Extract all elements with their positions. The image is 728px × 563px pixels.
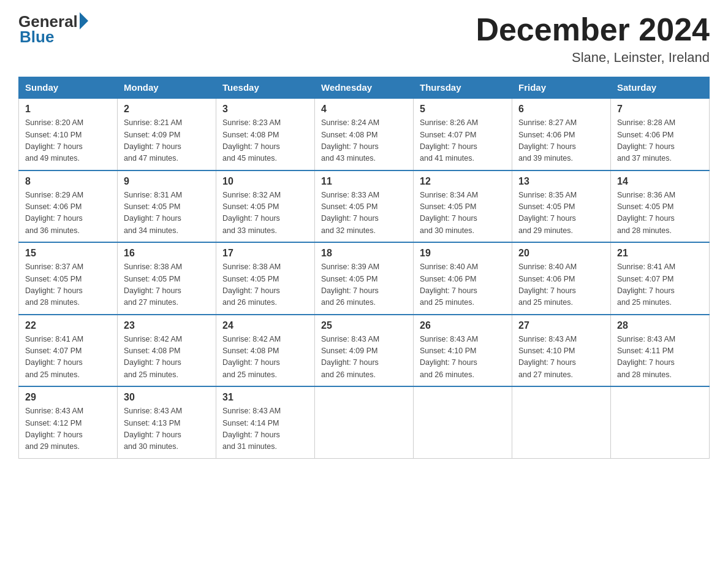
day-number: 29 <box>25 392 111 403</box>
day-number: 26 <box>420 320 506 331</box>
calendar-day-cell: 21Sunrise: 8:41 AMSunset: 4:07 PMDayligh… <box>611 242 710 315</box>
day-number: 13 <box>518 176 604 187</box>
calendar-header-sunday: Sunday <box>19 77 118 99</box>
calendar-day-cell: 31Sunrise: 8:43 AMSunset: 4:14 PMDayligh… <box>216 386 315 458</box>
day-info: Sunrise: 8:27 AMSunset: 4:06 PMDaylight:… <box>518 117 604 165</box>
calendar-day-cell: 19Sunrise: 8:40 AMSunset: 4:06 PMDayligh… <box>414 242 512 315</box>
title-section: December 2024 Slane, Leinster, Ireland <box>476 12 710 66</box>
day-info: Sunrise: 8:26 AMSunset: 4:07 PMDaylight:… <box>420 117 506 165</box>
day-info: Sunrise: 8:43 AMSunset: 4:11 PMDaylight:… <box>617 334 703 381</box>
day-number: 24 <box>222 320 308 331</box>
day-number: 21 <box>617 248 703 259</box>
calendar-day-cell: 23Sunrise: 8:42 AMSunset: 4:08 PMDayligh… <box>118 315 216 387</box>
day-number: 8 <box>25 176 111 187</box>
calendar-day-cell: 29Sunrise: 8:43 AMSunset: 4:12 PMDayligh… <box>19 386 118 458</box>
day-info: Sunrise: 8:38 AMSunset: 4:05 PMDaylight:… <box>124 261 210 309</box>
day-number: 10 <box>222 176 308 187</box>
calendar-day-cell: 16Sunrise: 8:38 AMSunset: 4:05 PMDayligh… <box>118 242 216 315</box>
calendar-header-wednesday: Wednesday <box>315 77 414 99</box>
day-number: 16 <box>124 248 210 259</box>
calendar-day-cell: 30Sunrise: 8:43 AMSunset: 4:13 PMDayligh… <box>118 386 216 458</box>
calendar-header-thursday: Thursday <box>414 77 512 99</box>
day-info: Sunrise: 8:41 AMSunset: 4:07 PMDaylight:… <box>617 261 703 309</box>
calendar-week-row: 29Sunrise: 8:43 AMSunset: 4:12 PMDayligh… <box>19 386 710 458</box>
calendar-day-cell: 7Sunrise: 8:28 AMSunset: 4:06 PMDaylight… <box>611 98 710 170</box>
day-info: Sunrise: 8:41 AMSunset: 4:07 PMDaylight:… <box>25 334 111 381</box>
day-info: Sunrise: 8:43 AMSunset: 4:13 PMDaylight:… <box>124 405 210 453</box>
calendar-day-cell: 6Sunrise: 8:27 AMSunset: 4:06 PMDaylight… <box>512 98 611 170</box>
day-number: 18 <box>321 248 407 259</box>
day-number: 22 <box>25 320 111 331</box>
day-number: 1 <box>25 104 111 115</box>
day-info: Sunrise: 8:31 AMSunset: 4:05 PMDaylight:… <box>124 190 210 237</box>
day-info: Sunrise: 8:43 AMSunset: 4:09 PMDaylight:… <box>321 334 407 381</box>
day-number: 2 <box>124 104 210 115</box>
logo-blue-text: Blue <box>20 28 54 47</box>
day-info: Sunrise: 8:33 AMSunset: 4:05 PMDaylight:… <box>321 190 407 237</box>
calendar-day-cell: 8Sunrise: 8:29 AMSunset: 4:06 PMDaylight… <box>19 170 118 243</box>
day-info: Sunrise: 8:43 AMSunset: 4:12 PMDaylight:… <box>25 405 111 453</box>
day-number: 30 <box>124 392 210 403</box>
calendar-header-tuesday: Tuesday <box>216 77 315 99</box>
calendar-day-cell: 1Sunrise: 8:20 AMSunset: 4:10 PMDaylight… <box>19 98 118 170</box>
day-info: Sunrise: 8:21 AMSunset: 4:09 PMDaylight:… <box>124 117 210 165</box>
calendar-day-cell: 11Sunrise: 8:33 AMSunset: 4:05 PMDayligh… <box>315 170 414 243</box>
day-info: Sunrise: 8:42 AMSunset: 4:08 PMDaylight:… <box>222 334 308 381</box>
day-info: Sunrise: 8:43 AMSunset: 4:10 PMDaylight:… <box>518 334 604 381</box>
day-info: Sunrise: 8:20 AMSunset: 4:10 PMDaylight:… <box>25 117 111 165</box>
day-info: Sunrise: 8:32 AMSunset: 4:05 PMDaylight:… <box>222 190 308 237</box>
calendar-week-row: 15Sunrise: 8:37 AMSunset: 4:05 PMDayligh… <box>19 242 710 315</box>
day-number: 17 <box>222 248 308 259</box>
calendar-empty-cell <box>512 386 611 458</box>
day-info: Sunrise: 8:43 AMSunset: 4:10 PMDaylight:… <box>420 334 506 381</box>
calendar-day-cell: 27Sunrise: 8:43 AMSunset: 4:10 PMDayligh… <box>512 315 611 387</box>
day-info: Sunrise: 8:28 AMSunset: 4:06 PMDaylight:… <box>617 117 703 165</box>
calendar-day-cell: 17Sunrise: 8:38 AMSunset: 4:05 PMDayligh… <box>216 242 315 315</box>
calendar-day-cell: 9Sunrise: 8:31 AMSunset: 4:05 PMDaylight… <box>118 170 216 243</box>
day-info: Sunrise: 8:39 AMSunset: 4:05 PMDaylight:… <box>321 261 407 309</box>
calendar-empty-cell <box>315 386 414 458</box>
calendar-week-row: 8Sunrise: 8:29 AMSunset: 4:06 PMDaylight… <box>19 170 710 243</box>
day-number: 27 <box>518 320 604 331</box>
day-info: Sunrise: 8:24 AMSunset: 4:08 PMDaylight:… <box>321 117 407 165</box>
calendar-day-cell: 14Sunrise: 8:36 AMSunset: 4:05 PMDayligh… <box>611 170 710 243</box>
calendar-day-cell: 3Sunrise: 8:23 AMSunset: 4:08 PMDaylight… <box>216 98 315 170</box>
day-info: Sunrise: 8:40 AMSunset: 4:06 PMDaylight:… <box>518 261 604 309</box>
calendar-header-friday: Friday <box>512 77 611 99</box>
main-title: December 2024 <box>476 12 710 47</box>
day-info: Sunrise: 8:40 AMSunset: 4:06 PMDaylight:… <box>420 261 506 309</box>
calendar-header-monday: Monday <box>118 77 216 99</box>
calendar-header-saturday: Saturday <box>611 77 710 99</box>
day-number: 15 <box>25 248 111 259</box>
calendar-day-cell: 26Sunrise: 8:43 AMSunset: 4:10 PMDayligh… <box>414 315 512 387</box>
calendar-day-cell: 28Sunrise: 8:43 AMSunset: 4:11 PMDayligh… <box>611 315 710 387</box>
calendar-day-cell: 20Sunrise: 8:40 AMSunset: 4:06 PMDayligh… <box>512 242 611 315</box>
calendar-week-row: 22Sunrise: 8:41 AMSunset: 4:07 PMDayligh… <box>19 315 710 387</box>
calendar-table: SundayMondayTuesdayWednesdayThursdayFrid… <box>18 77 710 459</box>
day-number: 6 <box>518 104 604 115</box>
day-number: 25 <box>321 320 407 331</box>
day-info: Sunrise: 8:42 AMSunset: 4:08 PMDaylight:… <box>124 334 210 381</box>
day-number: 14 <box>617 176 703 187</box>
day-info: Sunrise: 8:37 AMSunset: 4:05 PMDaylight:… <box>25 261 111 309</box>
calendar-day-cell: 10Sunrise: 8:32 AMSunset: 4:05 PMDayligh… <box>216 170 315 243</box>
calendar-day-cell: 22Sunrise: 8:41 AMSunset: 4:07 PMDayligh… <box>19 315 118 387</box>
day-info: Sunrise: 8:34 AMSunset: 4:05 PMDaylight:… <box>420 190 506 237</box>
subtitle: Slane, Leinster, Ireland <box>476 50 710 66</box>
day-info: Sunrise: 8:29 AMSunset: 4:06 PMDaylight:… <box>25 190 111 237</box>
day-info: Sunrise: 8:38 AMSunset: 4:05 PMDaylight:… <box>222 261 308 309</box>
page-header: General Blue December 2024 Slane, Leinst… <box>18 12 710 66</box>
day-info: Sunrise: 8:35 AMSunset: 4:05 PMDaylight:… <box>518 190 604 237</box>
day-number: 19 <box>420 248 506 259</box>
calendar-day-cell: 4Sunrise: 8:24 AMSunset: 4:08 PMDaylight… <box>315 98 414 170</box>
calendar-day-cell: 2Sunrise: 8:21 AMSunset: 4:09 PMDaylight… <box>118 98 216 170</box>
calendar-day-cell: 15Sunrise: 8:37 AMSunset: 4:05 PMDayligh… <box>19 242 118 315</box>
day-number: 5 <box>420 104 506 115</box>
calendar-day-cell: 13Sunrise: 8:35 AMSunset: 4:05 PMDayligh… <box>512 170 611 243</box>
day-number: 20 <box>518 248 604 259</box>
day-number: 4 <box>321 104 407 115</box>
day-number: 12 <box>420 176 506 187</box>
calendar-week-row: 1Sunrise: 8:20 AMSunset: 4:10 PMDaylight… <box>19 98 710 170</box>
calendar-empty-cell <box>414 386 512 458</box>
calendar-day-cell: 25Sunrise: 8:43 AMSunset: 4:09 PMDayligh… <box>315 315 414 387</box>
